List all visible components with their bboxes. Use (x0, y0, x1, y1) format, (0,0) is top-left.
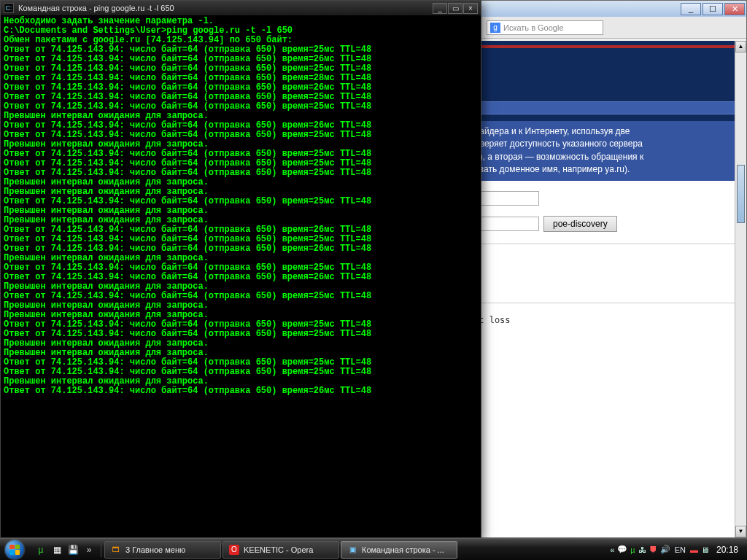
cmd-title-text: Командная строка - ping google.ru -t -l … (18, 4, 432, 12)
browser-toolbar: ★ g Искать в Google (468, 17, 746, 39)
info-panel: вайдера и к Интернету, используя две ове… (468, 121, 746, 181)
task-cmd-icon: ▣ (347, 545, 357, 555)
scroll-down-button[interactable]: ▼ (735, 526, 746, 537)
cmd-window: C: Командная строка - ping google.ru -t … (0, 0, 481, 538)
search-placeholder: Искать в Google (503, 23, 564, 32)
page-header-band (468, 41, 746, 121)
start-button[interactable] (0, 539, 29, 561)
cmd-icon: C: (4, 3, 14, 13)
info-line: вайдера и к Интернету, используя две (475, 125, 739, 138)
task-item[interactable]: 🗔 3 Главное меню (104, 541, 221, 559)
browser-maximize-button[interactable]: ☐ (703, 3, 723, 15)
info-line: а), а вторая — возможность обращения к (475, 151, 739, 163)
windows-orb-icon (5, 540, 24, 559)
browser-window: _ ☐ ✕ ★ g Искать в Google вайдера и к Ин… (467, 0, 747, 538)
taskbar-clock[interactable]: 20:18 (712, 545, 743, 555)
browser-close-button[interactable]: ✕ (724, 3, 745, 15)
taskbar-tasks: 🗔 3 Главное меню O KEENETIC - Opera ▣ Ко… (101, 539, 460, 560)
quick-launch: µ ▦ 💾 » (29, 542, 101, 557)
task-opera-icon: O (229, 545, 239, 555)
search-box[interactable]: g Искать в Google (487, 20, 603, 35)
task-window-icon: 🗔 (111, 545, 121, 555)
cmd-line: Ответ от 74.125.143.94: число байт=64 (о… (4, 386, 478, 396)
packet-loss-text: et loss (473, 315, 746, 325)
scroll-up-button[interactable]: ▲ (735, 41, 746, 52)
ql-save-icon[interactable]: 💾 (66, 542, 80, 557)
tray-expand-icon[interactable]: « (610, 545, 614, 554)
browser-minimize-button[interactable]: _ (681, 3, 701, 15)
tray-monitor-icon[interactable]: 🖥 (701, 545, 709, 554)
tray-shield-icon[interactable]: ⛊ (649, 545, 657, 554)
tray-network-icon[interactable]: 🖧 (638, 545, 646, 554)
google-g-icon: g (490, 23, 500, 33)
scroll-thumb[interactable] (737, 165, 745, 223)
tray-balloon-icon[interactable]: 💬 (617, 545, 627, 554)
tray-utorrent-icon[interactable]: µ (630, 545, 635, 554)
browser-viewport: вайдера и к Интернету, используя две ове… (468, 41, 746, 537)
task-label: Командная строка - ... (362, 545, 444, 554)
cmd-minimize-button[interactable]: _ (433, 3, 447, 14)
taskbar: µ ▦ 💾 » 🗔 3 Главное меню O KEENETIC - Op… (0, 538, 747, 560)
info-line: азать доменное имя, например ya.ru). (475, 163, 739, 176)
cmd-maximize-button[interactable]: ▭ (448, 3, 462, 14)
task-item[interactable]: ▣ Командная строка - ... (341, 541, 457, 559)
tray-volume-icon[interactable]: 🔊 (660, 545, 670, 554)
system-tray: « 💬 µ 🖧 ⛊ 🔊 EN ▬ 🖥 20:18 (605, 539, 747, 560)
tray-flag-icon[interactable]: ▬ (690, 545, 698, 554)
ql-utorrent-icon[interactable]: µ (34, 542, 48, 557)
task-label: 3 Главное меню (125, 545, 185, 554)
poe-discovery-button[interactable]: poe-discovery (543, 216, 617, 232)
cmd-close-button[interactable]: × (463, 3, 478, 14)
text-field-2[interactable] (473, 217, 539, 231)
info-line: оверяет доступность указанного сервера (475, 138, 739, 150)
task-item[interactable]: O KEENETIC - Opera (222, 541, 339, 559)
task-label: KEENETIC - Opera (244, 545, 313, 554)
cmd-output[interactable]: Необходимо задать значение параметра -l.… (1, 15, 481, 537)
browser-titlebar[interactable]: _ ☐ ✕ (468, 1, 746, 17)
ql-expand-icon[interactable]: » (82, 542, 96, 557)
cmd-titlebar[interactable]: C: Командная строка - ping google.ru -t … (1, 1, 481, 15)
ql-paint-icon[interactable]: ▦ (50, 542, 64, 557)
language-indicator[interactable]: EN (673, 545, 687, 554)
browser-scrollbar[interactable]: ▲ ▼ (735, 41, 746, 537)
text-field-1[interactable] (473, 191, 539, 206)
